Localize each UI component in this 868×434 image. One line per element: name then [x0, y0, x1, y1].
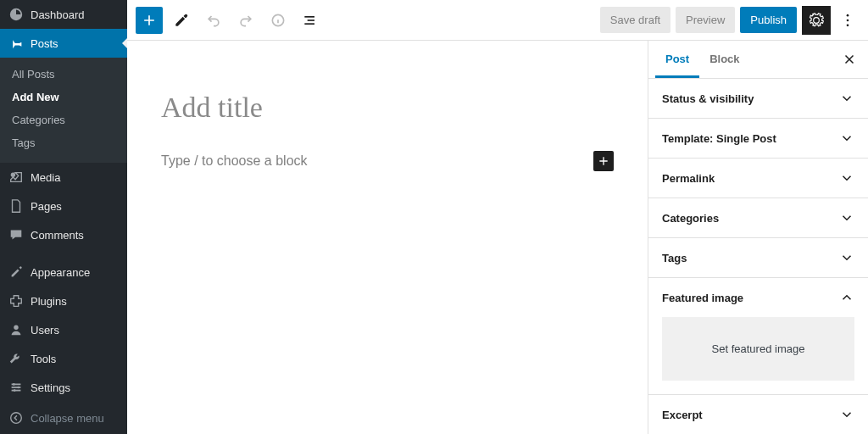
sidebar-item-label: Media [31, 171, 60, 184]
more-options-button[interactable] [836, 6, 860, 35]
chevron-down-icon [839, 91, 854, 106]
svg-point-6 [17, 387, 19, 389]
settings-inspector: Post Block Status & visibility Template:… [648, 41, 868, 434]
pages-icon [8, 198, 24, 214]
svg-point-8 [11, 413, 22, 424]
sidebar-collapse[interactable]: Collapse menu [0, 403, 127, 432]
svg-point-5 [13, 383, 15, 386]
sidebar-item-label: Plugins [31, 295, 67, 308]
sidebar-item-label: Tools [31, 353, 56, 365]
svg-point-1 [14, 326, 18, 330]
admin-sidebar: Dashboard Posts All Posts Add New Catego… [0, 0, 127, 434]
tab-block[interactable]: Block [699, 41, 749, 78]
sidebar-item-label: Collapse menu [31, 412, 104, 425]
svg-point-7 [14, 389, 16, 392]
inspector-tabs: Post Block [648, 41, 868, 79]
outline-button[interactable] [297, 7, 324, 34]
svg-rect-11 [308, 19, 314, 21]
sidebar-submenu-posts: All Posts Add New Categories Tags [0, 58, 127, 163]
panel-title: Tags [662, 252, 687, 264]
sidebar-item-tools[interactable]: Tools [0, 344, 127, 373]
publish-button[interactable]: Publish [740, 7, 797, 33]
block-editor[interactable]: Add title Type / to choose a block [127, 41, 648, 434]
settings-icon [8, 380, 24, 395]
sidebar-sub-add-new[interactable]: Add New [0, 86, 127, 108]
sidebar-item-label: Users [31, 324, 59, 337]
panel-title: Permalink [662, 172, 715, 185]
panel-categories: Categories [648, 198, 868, 238]
inline-inserter-button[interactable] [593, 151, 614, 171]
svg-rect-10 [304, 16, 314, 18]
undo-button[interactable] [200, 7, 227, 34]
chevron-down-icon [839, 210, 854, 225]
chevron-down-icon [839, 170, 854, 186]
sidebar-item-comments[interactable]: Comments [0, 220, 127, 249]
block-placeholder[interactable]: Type / to choose a block [161, 153, 308, 169]
post-title-input[interactable]: Add title [161, 92, 614, 124]
panel-permalink-header[interactable]: Permalink [648, 159, 868, 198]
sidebar-item-posts[interactable]: Posts [0, 29, 127, 58]
sidebar-sub-all-posts[interactable]: All Posts [0, 63, 127, 86]
panel-title: Template: Single Post [662, 132, 776, 145]
sidebar-sub-categories[interactable]: Categories [0, 108, 127, 131]
sidebar-sub-tags[interactable]: Tags [0, 131, 127, 154]
svg-rect-4 [12, 390, 21, 392]
svg-rect-12 [304, 23, 314, 25]
panel-tags: Tags [648, 238, 868, 278]
sidebar-item-pages[interactable]: Pages [0, 192, 127, 220]
panel-featured-header[interactable]: Featured image [648, 278, 868, 317]
sidebar-item-plugins[interactable]: Plugins [0, 287, 127, 315]
plugins-icon [8, 293, 24, 309]
appearance-icon [8, 264, 24, 280]
svg-point-15 [847, 24, 849, 26]
panel-featured-image: Featured image Set featured image [648, 278, 868, 395]
panel-title: Categories [662, 212, 719, 225]
panel-status-header[interactable]: Status & visibility [648, 79, 868, 118]
panel-template: Template: Single Post [648, 119, 868, 159]
sidebar-item-users[interactable]: Users [0, 315, 127, 344]
chevron-down-icon [839, 131, 854, 146]
users-icon [8, 322, 24, 337]
panel-title: Featured image [662, 292, 743, 304]
dashboard-icon [8, 7, 24, 22]
default-block-row: Type / to choose a block [161, 151, 614, 171]
edit-mode-button[interactable] [168, 7, 195, 34]
panel-featured-body: Set featured image [648, 317, 868, 394]
editor-toolbar: Save draft Preview Publish [127, 0, 868, 41]
toolbar-left [136, 7, 324, 34]
chevron-down-icon [839, 407, 854, 422]
pin-icon [8, 36, 24, 51]
sidebar-item-appearance[interactable]: Appearance [0, 258, 127, 287]
save-draft-button[interactable]: Save draft [600, 7, 670, 33]
content-area: Add title Type / to choose a block Post … [127, 41, 868, 434]
toolbar-right: Save draft Preview Publish [600, 6, 860, 35]
sidebar-item-label: Posts [31, 37, 58, 50]
sidebar-item-label: Comments [31, 229, 84, 242]
svg-point-13 [847, 14, 849, 16]
sidebar-item-dashboard[interactable]: Dashboard [0, 0, 127, 29]
preview-button[interactable]: Preview [676, 7, 735, 33]
sidebar-item-label: Appearance [31, 266, 90, 279]
set-featured-image-button[interactable]: Set featured image [662, 317, 854, 381]
panel-template-header[interactable]: Template: Single Post [648, 119, 868, 158]
chevron-down-icon [839, 250, 854, 265]
panel-permalink: Permalink [648, 159, 868, 198]
add-block-button[interactable] [136, 7, 163, 34]
panel-excerpt: Excerpt [648, 395, 868, 434]
svg-point-14 [847, 19, 849, 21]
panel-excerpt-header[interactable]: Excerpt [648, 395, 868, 434]
editor-main: Save draft Preview Publish Add title Typ… [127, 0, 868, 434]
tab-post[interactable]: Post [655, 41, 699, 78]
sidebar-item-settings[interactable]: Settings [0, 373, 127, 402]
collapse-icon [8, 410, 24, 426]
panel-title: Excerpt [662, 409, 703, 421]
info-button[interactable] [264, 7, 292, 34]
panel-title: Status & visibility [662, 92, 754, 105]
tools-icon [8, 351, 24, 366]
sidebar-item-media[interactable]: Media [0, 163, 127, 192]
settings-button[interactable] [802, 6, 831, 35]
redo-button[interactable] [232, 7, 259, 34]
panel-categories-header[interactable]: Categories [648, 198, 868, 237]
close-inspector-button[interactable] [837, 47, 861, 71]
panel-tags-header[interactable]: Tags [648, 238, 868, 277]
